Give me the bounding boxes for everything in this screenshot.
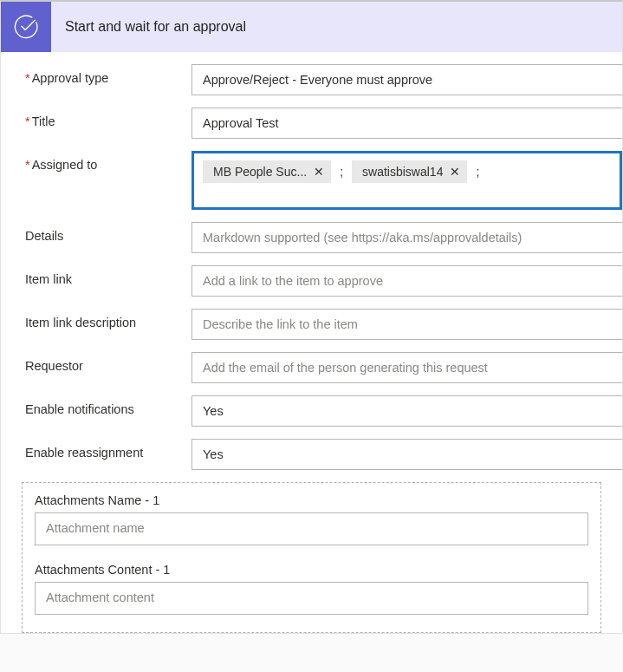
row-title: *Title Approval Test	[1, 108, 622, 139]
row-assigned-to: *Assigned to MB People Suc... ✕ ; swatis…	[1, 151, 622, 210]
row-details: Details Markdown supported (see https://…	[1, 222, 622, 253]
label-assigned-to: *Assigned to	[25, 151, 191, 172]
row-requestor: Requestor Add the email of the person ge…	[1, 352, 622, 383]
approval-action-card: Start and wait for an approval *Approval…	[0, 0, 623, 634]
input-details[interactable]: Markdown supported (see https://aka.ms/a…	[191, 222, 622, 253]
assignee-token[interactable]: swatisbiswal14 ✕	[352, 160, 467, 183]
token-separator: ;	[334, 165, 348, 179]
label-details: Details	[25, 222, 191, 243]
attachments-section: Attachments Name - 1 Attachment name Att…	[22, 482, 601, 633]
assignee-token[interactable]: MB People Suc... ✕	[203, 160, 331, 183]
close-icon[interactable]: ✕	[450, 166, 460, 178]
token-text: swatisbiswal14	[362, 165, 443, 179]
input-enable-reassignment[interactable]: Yes	[191, 439, 622, 470]
label-enable-notifications: Enable notifications	[25, 395, 191, 416]
card-title: Start and wait for an approval	[65, 19, 246, 35]
label-requestor: Requestor	[25, 352, 191, 373]
input-approval-type[interactable]: Approve/Reject - Everyone must approve	[191, 64, 622, 95]
row-item-link-desc: Item link description Describe the link …	[1, 309, 622, 340]
token-separator: ;	[470, 165, 484, 179]
row-enable-reassignment: Enable reassignment Yes	[1, 439, 622, 470]
input-requestor[interactable]: Add the email of the person generating t…	[191, 352, 622, 383]
label-approval-type: *Approval type	[25, 64, 191, 85]
input-attachment-name[interactable]: Attachment name	[35, 512, 588, 545]
label-attachment-content: Attachments Content - 1	[35, 563, 208, 577]
row-enable-notifications: Enable notifications Yes	[1, 395, 622, 427]
card-header[interactable]: Start and wait for an approval	[1, 2, 622, 52]
input-item-link[interactable]: Add a link to the item to approve	[191, 265, 622, 297]
attachment-content-group: Attachments Content - 1 Attachment conte…	[35, 563, 588, 615]
input-item-link-desc[interactable]: Describe the link to the item	[191, 309, 622, 340]
row-item-link: Item link Add a link to the item to appr…	[1, 265, 622, 297]
input-enable-notifications[interactable]: Yes	[191, 395, 622, 427]
input-assigned-to[interactable]: MB People Suc... ✕ ; swatisbiswal14 ✕ ;	[191, 151, 622, 210]
label-enable-reassignment: Enable reassignment	[25, 439, 191, 460]
label-item-link-desc: Item link description	[25, 309, 191, 329]
input-title[interactable]: Approval Test	[191, 108, 622, 139]
label-attachment-name: Attachments Name - 1	[35, 493, 208, 507]
close-icon[interactable]: ✕	[314, 166, 324, 178]
input-attachment-content[interactable]: Attachment content	[35, 582, 588, 615]
token-text: MB People Suc...	[213, 165, 307, 179]
attachment-name-group: Attachments Name - 1 Attachment name	[35, 493, 588, 545]
row-approval-type: *Approval type Approve/Reject - Everyone…	[1, 64, 622, 95]
label-title: *Title	[25, 108, 191, 128]
label-item-link: Item link	[25, 265, 191, 286]
form-body: *Approval type Approve/Reject - Everyone…	[1, 52, 622, 633]
approval-icon	[1, 2, 51, 52]
